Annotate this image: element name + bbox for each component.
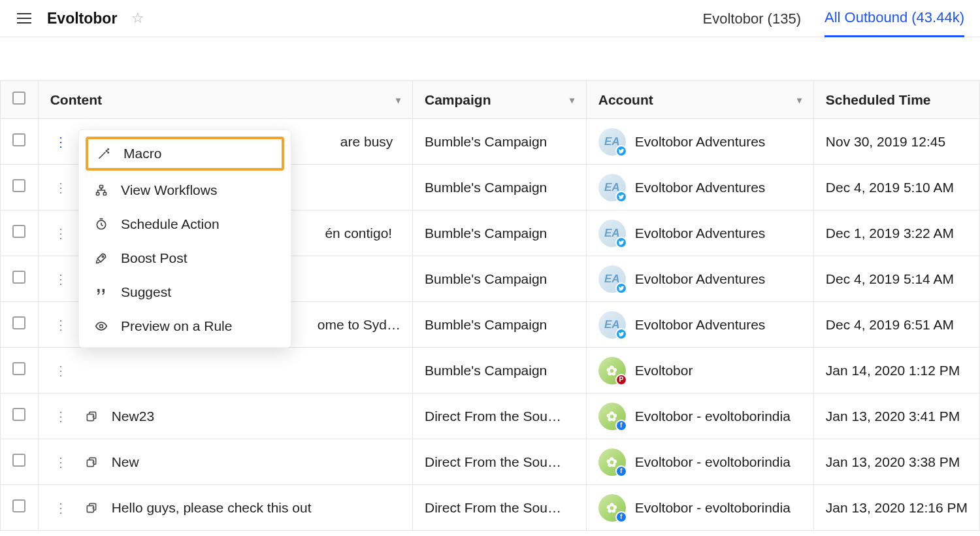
row-actions-kebab[interactable]: ⋮ <box>50 406 71 427</box>
row-campaign-cell: Bumble's Campaign <box>413 165 587 210</box>
menu-item-boost-post[interactable]: Boost Post <box>79 241 291 275</box>
platform-badge-icon <box>615 237 627 248</box>
header-account-label: Account <box>598 92 653 108</box>
row-scheduled-cell: Nov 30, 2019 12:45 <box>813 119 979 165</box>
menu-item-suggest-label: Suggest <box>121 284 171 300</box>
menu-item-schedule-action-label: Schedule Action <box>121 216 220 232</box>
header-account[interactable]: Account ▾ <box>586 81 813 119</box>
row-actions-kebab[interactable]: ⋮ <box>50 269 71 290</box>
row-checkbox-cell <box>1 348 39 394</box>
header-tabs: Evoltobor (135) All Outbound (43.44k) <box>703 9 964 27</box>
toolbar-spacer <box>0 37 980 80</box>
account-avatar: EA <box>598 265 626 293</box>
row-checkbox-cell <box>1 210 39 256</box>
svg-point-5 <box>108 152 108 153</box>
account-name: Evoltobor Adventures <box>635 317 766 333</box>
row-scheduled-cell: Jan 13, 2020 3:41 PM <box>813 394 979 439</box>
row-checkbox[interactable] <box>12 362 25 375</box>
row-account-cell: EAEvoltobor Adventures <box>586 165 813 210</box>
eye-icon <box>93 320 109 333</box>
menu-item-preview-rule[interactable]: Preview on a Rule <box>79 309 291 343</box>
svg-point-3 <box>106 150 107 152</box>
account-avatar: EA <box>598 174 626 201</box>
header-campaign-label: Campaign <box>425 92 491 108</box>
menu-item-macro[interactable]: Macro <box>86 137 284 171</box>
svg-rect-8 <box>103 192 106 195</box>
account-avatar: EA <box>598 220 626 247</box>
row-checkbox[interactable] <box>12 316 25 329</box>
table-row[interactable]: ⋮Bumble's Campaign✿PEvoltoborJan 14, 202… <box>1 348 980 394</box>
row-scheduled-cell: Jan 14, 2020 1:12 PM <box>813 348 979 394</box>
platform-badge-icon <box>615 328 627 340</box>
row-actions-kebab[interactable]: ⋮ <box>50 177 71 198</box>
row-campaign-cell: Direct From the Sou… <box>413 485 587 531</box>
svg-point-10 <box>102 256 104 258</box>
row-checkbox[interactable] <box>12 271 25 284</box>
row-content-text: New23 <box>112 409 154 424</box>
duplicate-icon <box>84 501 99 515</box>
row-account-cell: ✿fEvoltobor - evoltoborindia <box>586 439 813 485</box>
chevron-down-icon: ▾ <box>396 95 400 105</box>
row-checkbox[interactable] <box>12 454 25 467</box>
svg-point-11 <box>100 325 103 328</box>
row-checkbox[interactable] <box>12 179 25 192</box>
chevron-down-icon: ▾ <box>570 95 574 105</box>
menu-item-suggest[interactable]: Suggest <box>79 275 291 309</box>
tab-evoltobor[interactable]: Evoltobor (135) <box>703 10 801 37</box>
row-actions-kebab[interactable]: ⋮ <box>50 223 71 244</box>
row-campaign-cell: Bumble's Campaign <box>413 256 587 302</box>
row-actions-kebab[interactable]: ⋮ <box>50 452 71 473</box>
row-actions-kebab[interactable]: ⋮ <box>50 314 71 335</box>
header-campaign[interactable]: Campaign ▾ <box>413 81 587 119</box>
svg-rect-7 <box>97 192 99 195</box>
row-content-cell: ⋮Hello guys, please check this out <box>38 485 412 531</box>
account-name: Evoltobor Adventures <box>635 271 766 287</box>
stopwatch-icon <box>93 218 109 231</box>
row-content-cell: ⋮New <box>38 439 412 485</box>
hamburger-menu-button[interactable] <box>16 10 33 26</box>
quote-icon <box>93 286 109 299</box>
row-actions-kebab[interactable]: ⋮ <box>50 131 71 152</box>
menu-item-view-workflows[interactable]: View Workflows <box>79 173 291 207</box>
row-checkbox[interactable] <box>12 133 25 146</box>
rocket-icon <box>93 252 109 265</box>
account-name: Evoltobor Adventures <box>635 180 766 195</box>
row-scheduled-cell: Jan 13, 2020 12:16 PM <box>813 485 979 531</box>
platform-badge-icon: f <box>615 420 627 431</box>
platform-badge-icon <box>615 282 627 294</box>
table-row[interactable]: ⋮Hello guys, please check this outDirect… <box>1 485 980 531</box>
tab-all-outbound[interactable]: All Outbound (43.44k) <box>825 9 964 37</box>
page-title: Evoltobor <box>47 10 117 27</box>
row-checkbox[interactable] <box>12 225 25 238</box>
row-checkbox[interactable] <box>12 408 25 421</box>
row-campaign-cell: Direct From the Sou… <box>413 439 587 485</box>
platform-badge-icon: f <box>615 511 627 523</box>
row-campaign-cell: Direct From the Sou… <box>413 394 587 439</box>
row-checkbox[interactable] <box>12 499 25 512</box>
svg-rect-6 <box>100 186 103 188</box>
row-campaign-cell: Bumble's Campaign <box>413 210 587 256</box>
row-checkbox-cell <box>1 256 39 302</box>
row-campaign-cell: Bumble's Campaign <box>413 119 587 165</box>
header-checkbox-cell <box>1 81 39 119</box>
header-bar: Evoltobor ☆ Evoltobor (135) All Outbound… <box>0 0 980 37</box>
row-checkbox-cell <box>1 165 39 210</box>
menu-item-schedule-action[interactable]: Schedule Action <box>79 207 291 241</box>
row-scheduled-cell: Dec 1, 2019 3:22 AM <box>813 210 979 256</box>
menu-item-boost-post-label: Boost Post <box>121 250 188 266</box>
header-content[interactable]: Content ▾ <box>38 81 412 119</box>
row-checkbox-cell <box>1 485 39 531</box>
row-account-cell: ✿PEvoltobor <box>586 348 813 394</box>
row-actions-kebab[interactable]: ⋮ <box>50 497 71 518</box>
row-actions-kebab[interactable]: ⋮ <box>50 360 71 381</box>
row-scheduled-cell: Dec 4, 2019 5:10 AM <box>813 165 979 210</box>
row-account-cell: EAEvoltobor Adventures <box>586 210 813 256</box>
table-row[interactable]: ⋮New23Direct From the Sou…✿fEvoltobor - … <box>1 394 980 439</box>
row-account-cell: ✿fEvoltobor - evoltoborindia <box>586 485 813 531</box>
table-row[interactable]: ⋮NewDirect From the Sou…✿fEvoltobor - ev… <box>1 439 980 485</box>
select-all-checkbox[interactable] <box>12 92 25 105</box>
header-scheduled[interactable]: Scheduled Time <box>813 81 979 119</box>
favorite-star-icon[interactable]: ☆ <box>131 10 144 27</box>
account-avatar: ✿f <box>598 403 626 430</box>
account-avatar: ✿P <box>598 357 626 384</box>
